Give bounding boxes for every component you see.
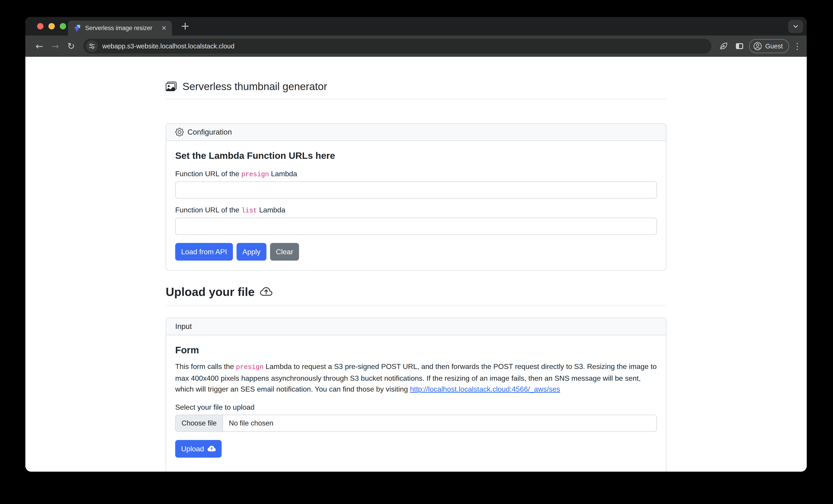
upload-button[interactable]: Upload bbox=[175, 440, 222, 458]
config-heading: Set the Lambda Function URLs here bbox=[175, 150, 657, 161]
url-text: webapp.s3-website.localhost.localstack.c… bbox=[102, 43, 235, 50]
configuration-card: Configuration Set the Lambda Function UR… bbox=[166, 123, 666, 271]
profile-button[interactable]: Guest bbox=[749, 39, 789, 53]
browser-tab[interactable]: Serverless image resizer ✕ bbox=[68, 21, 172, 35]
tab-strip: Serverless image resizer ✕ + bbox=[25, 17, 807, 35]
side-panel-button[interactable] bbox=[733, 40, 746, 52]
presign-code: presign bbox=[236, 363, 264, 371]
upload-section-heading: Upload your file bbox=[166, 285, 666, 299]
zoom-window-button[interactable] bbox=[60, 23, 66, 29]
tab-close-icon[interactable]: ✕ bbox=[161, 24, 167, 32]
guest-avatar-icon bbox=[753, 42, 762, 51]
presign-url-input[interactable] bbox=[175, 181, 657, 199]
address-bar[interactable]: webapp.s3-website.localhost.localstack.c… bbox=[83, 39, 711, 54]
minimize-window-button[interactable] bbox=[48, 23, 55, 29]
file-select-label: Select your file to upload bbox=[175, 403, 657, 411]
list-url-label: Function URL of the list Lambda bbox=[175, 206, 657, 215]
page-title: Serverless thumbnail generator bbox=[183, 80, 327, 93]
list-url-input[interactable] bbox=[175, 218, 657, 235]
browser-window: Serverless image resizer ✕ + ← → ↻ bbox=[25, 17, 807, 472]
tab-search-button[interactable] bbox=[788, 20, 803, 33]
choose-file-button[interactable]: Choose file bbox=[176, 415, 223, 431]
new-tab-icon[interactable]: + bbox=[181, 20, 190, 31]
form-heading: Form bbox=[175, 345, 657, 356]
close-window-button[interactable] bbox=[37, 23, 44, 29]
reload-icon[interactable]: ↻ bbox=[65, 40, 77, 52]
file-input[interactable]: Choose file No file chosen bbox=[175, 414, 657, 432]
cloud-upload-icon bbox=[260, 286, 272, 298]
form-description: This form calls the presign Lambda to re… bbox=[175, 361, 657, 395]
page-header: Serverless thumbnail generator bbox=[166, 80, 666, 93]
images-icon bbox=[166, 81, 176, 92]
ses-link[interactable]: http://localhost.localstack.cloud:4566/_… bbox=[410, 385, 560, 393]
favicon bbox=[73, 24, 81, 32]
divider bbox=[166, 305, 666, 305]
input-card-header: Input bbox=[166, 318, 666, 335]
site-settings-button[interactable] bbox=[86, 40, 98, 52]
divider bbox=[166, 99, 666, 99]
input-card: Input Form This form calls the presign L… bbox=[166, 318, 666, 472]
cloud-upload-fill-icon bbox=[208, 445, 216, 453]
presign-url-label: Function URL of the presign Lambda bbox=[175, 170, 657, 178]
file-status-text: No file chosen bbox=[223, 415, 279, 431]
configuration-card-title: Configuration bbox=[187, 128, 232, 136]
load-from-api-button[interactable]: Load from API bbox=[175, 243, 233, 260]
apply-button[interactable]: Apply bbox=[237, 243, 266, 260]
web-page: Serverless thumbnail generator Configura… bbox=[25, 57, 807, 472]
window-controls bbox=[37, 17, 66, 35]
clear-button[interactable]: Clear bbox=[270, 243, 299, 260]
configuration-card-header: Configuration bbox=[166, 124, 666, 141]
list-code: list bbox=[241, 207, 257, 215]
gear-icon bbox=[175, 128, 184, 136]
tune-icon bbox=[89, 43, 95, 50]
input-card-title: Input bbox=[175, 322, 192, 331]
performance-button[interactable] bbox=[717, 40, 730, 52]
back-icon[interactable]: ← bbox=[33, 40, 46, 52]
chevron-down-icon bbox=[791, 22, 800, 31]
energy-saver-leaf-icon bbox=[719, 41, 729, 51]
overflow-menu-icon[interactable]: ⋮ bbox=[792, 40, 802, 52]
forward-icon[interactable]: → bbox=[49, 40, 62, 52]
browser-toolbar: ← → ↻ webapp.s3-website.localhost.locals… bbox=[25, 35, 807, 57]
presign-code: presign bbox=[241, 171, 269, 178]
profile-label: Guest bbox=[765, 43, 783, 50]
side-panel-icon bbox=[735, 42, 744, 51]
tab-title: Serverless image resizer bbox=[85, 25, 158, 32]
